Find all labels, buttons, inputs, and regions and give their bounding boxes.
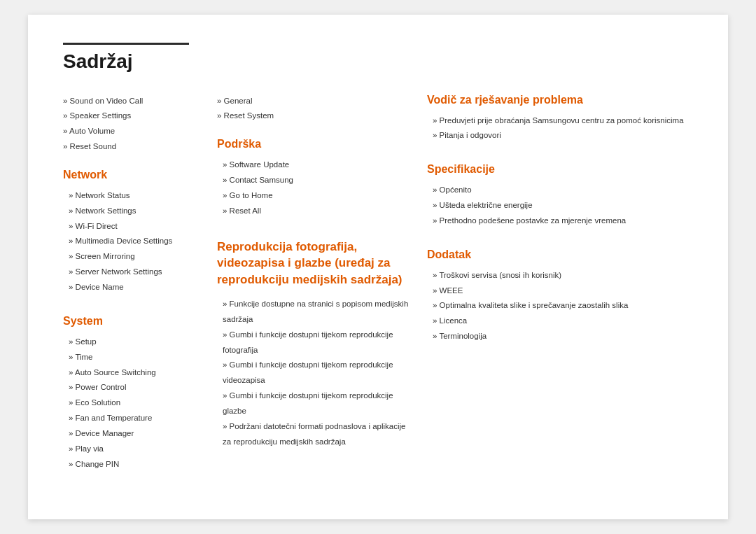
title-bar — [63, 43, 189, 45]
section: DodatakTroškovi servisa (snosi ih korisn… — [427, 248, 693, 344]
list-item[interactable]: Preduvjeti prije obraćanja Samsungovu ce… — [427, 113, 693, 129]
column-1: Sound on Video CallSpeaker SettingsAuto … — [63, 94, 203, 492]
list-item[interactable]: Gumbi i funkcije dostupni tijekom reprod… — [217, 358, 413, 388]
section-title: Vodič za rješavanje problema — [427, 94, 693, 106]
list-item[interactable]: Network Status — [63, 188, 203, 204]
list-item[interactable]: WEEE — [427, 283, 693, 299]
column-2: GeneralReset System PodrškaSoftware Upda… — [217, 94, 413, 492]
section: NetworkNetwork StatusNetwork SettingsWi-… — [63, 169, 203, 295]
list-item[interactable]: Gumbi i funkcije dostupni tijekom reprod… — [217, 328, 413, 358]
section-title: System — [63, 315, 203, 328]
section: SystemSetupTimeAuto Source SwitchingPowe… — [63, 315, 203, 472]
list-item[interactable]: Gumbi i funkcije dostupni tijekom reprod… — [217, 388, 413, 419]
list-item[interactable]: Change PIN — [63, 457, 203, 472]
section: SpecifikacijeOpćenitoUšteda električne e… — [427, 163, 693, 229]
list-item[interactable]: Power Control — [63, 380, 203, 395]
list-item[interactable]: Device Manager — [63, 426, 203, 442]
list-item[interactable]: Setup — [63, 335, 203, 350]
list-item[interactable]: Speaker Settings — [63, 108, 203, 124]
list-item[interactable]: Screen Mirroring — [63, 249, 203, 265]
list-item[interactable]: Terminologija — [427, 329, 693, 344]
section-title: Dodatak — [427, 248, 693, 261]
list-item[interactable]: Wi-Fi Direct — [63, 219, 203, 234]
list-item[interactable]: Prethodno podešene postavke za mjerenje … — [427, 213, 693, 229]
col1-top-items: Sound on Video CallSpeaker SettingsAuto … — [63, 94, 203, 155]
page-title: Sadržaj — [63, 50, 693, 73]
content-grid: Sound on Video CallSpeaker SettingsAuto … — [63, 94, 693, 492]
section: PodrškaSoftware UpdateContact SamsungGo … — [217, 138, 413, 218]
list-item[interactable]: Optimalna kvaliteta slike i sprečavanje … — [427, 298, 693, 314]
list-item[interactable]: Time — [63, 350, 203, 365]
list-item[interactable]: Reset System — [217, 108, 413, 124]
col2-top-items: GeneralReset System — [217, 94, 413, 125]
list-item[interactable]: Multimedia Device Settings — [63, 234, 203, 249]
section: Reprodukcija fotografija, videozapisa i … — [217, 239, 413, 450]
list-item[interactable]: Play via — [63, 442, 203, 457]
list-item[interactable]: Podržani datotečni formati podnaslova i … — [217, 419, 413, 450]
list-item[interactable]: Device Name — [63, 280, 203, 295]
list-item[interactable]: Go to Home — [217, 188, 413, 204]
page-container: Sadržaj Sound on Video CallSpeaker Setti… — [28, 15, 728, 520]
list-item[interactable]: Fan and Temperature — [63, 411, 203, 426]
list-item[interactable]: Sound on Video Call — [63, 94, 203, 109]
list-item[interactable]: Contact Samsung — [217, 173, 413, 188]
list-item[interactable]: Općenito — [427, 183, 693, 198]
column-3: Vodič za rješavanje problemaPreduvjeti p… — [427, 94, 693, 492]
section: Vodič za rješavanje problemaPreduvjeti p… — [427, 94, 693, 144]
list-item[interactable]: Ušteda električne energije — [427, 198, 693, 213]
section-title: Podrška — [217, 138, 413, 150]
list-item[interactable]: Server Network Settings — [63, 265, 203, 280]
list-item[interactable]: Auto Source Switching — [63, 365, 203, 381]
list-item[interactable]: Reset All — [217, 204, 413, 219]
list-item[interactable]: General — [217, 94, 413, 109]
section-title: Reprodukcija fotografija, videozapisa i … — [217, 239, 413, 288]
list-item[interactable]: Funkcije dostupne na stranici s popisom … — [217, 297, 413, 328]
section-title: Network — [63, 169, 203, 181]
list-item[interactable]: Pitanja i odgovori — [427, 128, 693, 143]
list-item[interactable]: Licenca — [427, 314, 693, 329]
list-item[interactable]: Eco Solution — [63, 395, 203, 411]
list-item[interactable]: Network Settings — [63, 204, 203, 219]
list-item[interactable]: Reset Sound — [63, 139, 203, 155]
section-title: Specifikacije — [427, 163, 693, 176]
list-item[interactable]: Auto Volume — [63, 124, 203, 139]
list-item[interactable]: Troškovi servisa (snosi ih korisnik) — [427, 268, 693, 283]
list-item[interactable]: Software Update — [217, 157, 413, 173]
